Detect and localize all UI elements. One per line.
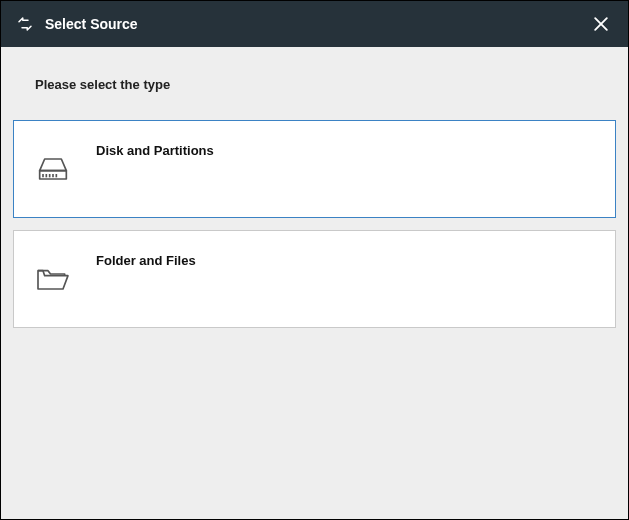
dialog-content: Please select the type Disk and Partitio… <box>1 47 628 519</box>
dialog-title: Select Source <box>45 16 588 32</box>
close-button[interactable] <box>588 11 614 37</box>
option-label: Folder and Files <box>96 253 196 268</box>
disk-icon <box>28 144 78 194</box>
options-list: Disk and Partitions Folder and Files <box>13 120 616 328</box>
folder-icon <box>28 254 78 304</box>
option-folder-and-files[interactable]: Folder and Files <box>13 230 616 328</box>
prompt-text: Please select the type <box>13 47 616 120</box>
option-label: Disk and Partitions <box>96 143 214 158</box>
select-source-dialog: Select Source Please select the type <box>0 0 629 520</box>
option-disk-and-partitions[interactable]: Disk and Partitions <box>13 120 616 218</box>
titlebar: Select Source <box>1 1 628 47</box>
app-logo-icon <box>15 14 35 34</box>
